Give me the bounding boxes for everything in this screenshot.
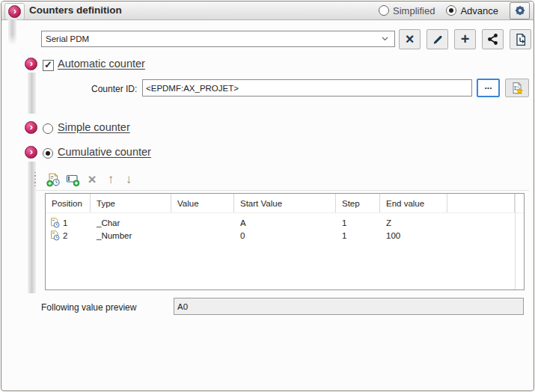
move-up-button[interactable]: ↑ (103, 171, 119, 187)
toolbar-grip[interactable] (34, 172, 36, 187)
column-header-start-value[interactable]: Start Value (234, 194, 336, 212)
browse-button[interactable]: ... (477, 79, 500, 97)
close-icon: × (406, 31, 415, 46)
cumulative-counter-label[interactable]: Cumulative counter (58, 146, 151, 158)
check-icon: ✓ (44, 59, 52, 70)
table-body: 1 _Char A 1 Z 2 _Number 0 1 (46, 213, 524, 242)
browse-button-label: ... (484, 82, 492, 91)
mode-switcher: Simplified Advance (379, 1, 530, 19)
close-icon: × (88, 172, 96, 186)
counter-select[interactable]: Serial PDM (41, 31, 395, 47)
simple-counter-label[interactable]: Simple counter (58, 121, 130, 133)
textbox-add-icon (66, 173, 80, 187)
mode-option-simplified[interactable]: Simplified (379, 5, 435, 16)
counter-id-input[interactable] (142, 79, 472, 97)
remove-row-button[interactable]: × (84, 171, 100, 187)
automatic-counter-label[interactable]: Automatic counter (58, 58, 145, 70)
column-header-blank (447, 194, 515, 212)
document-star-icon (510, 82, 524, 95)
counter-segments-table: Position Type Value Start Value Step End… (45, 193, 525, 290)
cell-type: _Number (91, 229, 171, 242)
preview-value-field (174, 298, 524, 315)
favorite-variable-button[interactable] (505, 79, 529, 97)
document-clock-icon (49, 218, 60, 228)
table-row[interactable]: 1 _Char A 1 Z (46, 216, 524, 229)
column-header-step[interactable]: Step (336, 194, 380, 212)
share-counter-button[interactable] (482, 29, 504, 49)
table-header-row: Position Type Value Start Value Step End… (46, 194, 524, 213)
cell-end-value: 100 (380, 229, 447, 242)
document-clock-icon (49, 230, 60, 241)
chevron-circle-icon: › (25, 121, 37, 134)
cell-step: 1 (336, 229, 380, 242)
counter-id-label: Counter ID: (91, 84, 137, 94)
counter-select-value: Serial PDM (42, 34, 382, 43)
cell-start-value: A (234, 216, 336, 229)
automatic-counter-checkbox[interactable]: ✓ (43, 60, 54, 71)
simple-section-expander[interactable]: › (25, 121, 37, 134)
preview-label: Following value preview (41, 302, 136, 313)
column-header-value[interactable]: Value (171, 194, 234, 212)
edit-counter-button[interactable] (427, 29, 448, 49)
column-header-type[interactable]: Type (91, 194, 171, 212)
table-row[interactable]: 2 _Number 0 1 100 (46, 229, 524, 242)
plus-icon: + (461, 31, 470, 46)
arrow-down-icon: ↓ (126, 173, 132, 186)
chevron-circle-icon: › (25, 146, 37, 159)
toolbar-divider (36, 190, 529, 191)
document-clock-add-icon (46, 173, 61, 187)
gear-icon (514, 4, 526, 16)
table-scrollbar[interactable] (515, 194, 516, 290)
automatic-section-expander[interactable]: › (25, 58, 37, 70)
counters-definition-window: › Counters definition Simplified Advance… (0, 0, 535, 392)
automatic-section-band (28, 73, 36, 114)
cell-type: _Char (91, 216, 171, 229)
simplified-label: Simplified (393, 5, 435, 16)
advance-label: Advance (460, 5, 498, 16)
add-counter-segment-button[interactable] (45, 171, 61, 188)
export-counter-button[interactable] (510, 29, 531, 49)
cell-start-value: 0 (234, 229, 336, 242)
cell-value (171, 229, 234, 242)
cell-end-value: Z (380, 216, 447, 229)
document-export-icon (514, 33, 528, 46)
page-title: Counters definition (29, 4, 122, 16)
simple-counter-radio[interactable] (43, 123, 53, 134)
cell-value (171, 216, 234, 229)
column-header-position[interactable]: Position (46, 194, 91, 212)
mode-option-advance[interactable]: Advance (446, 5, 498, 16)
chevron-circle-icon: › (8, 5, 21, 18)
add-counter-button[interactable]: + (454, 29, 476, 49)
cell-step: 1 (336, 216, 380, 229)
cumulative-section-expander[interactable]: › (25, 146, 37, 159)
delete-counter-button[interactable]: × (399, 29, 421, 49)
settings-button[interactable] (510, 2, 530, 19)
arrow-up-icon: ↑ (108, 173, 114, 186)
pencil-icon (432, 34, 444, 46)
share-icon (486, 33, 499, 46)
header-expander[interactable]: › (4, 3, 25, 20)
column-header-end-value[interactable]: End value (380, 194, 447, 212)
header-bar: › Counters definition Simplified Advance (1, 1, 534, 20)
cell-position: 1 (63, 218, 67, 227)
cumulative-counter-radio[interactable] (43, 148, 53, 159)
chevron-down-icon (382, 37, 388, 41)
simplified-radio[interactable] (379, 5, 389, 16)
advance-radio[interactable] (446, 5, 456, 16)
chevron-circle-icon: › (25, 58, 37, 70)
column-header-blank (515, 194, 524, 212)
header-connector-band (8, 19, 16, 45)
add-free-value-button[interactable] (64, 171, 81, 188)
cell-position: 2 (63, 231, 67, 240)
move-down-button[interactable]: ↓ (120, 171, 137, 187)
